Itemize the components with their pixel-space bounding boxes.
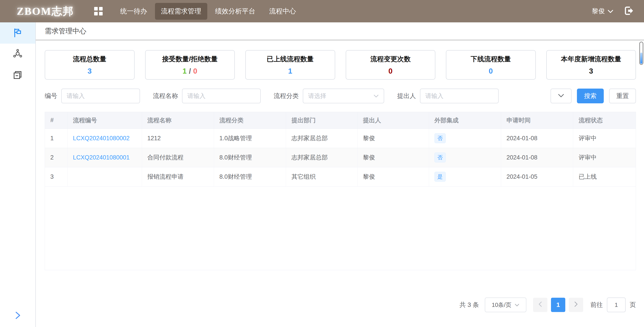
cell-process-code: LCXQ202401080002 xyxy=(67,128,142,148)
nav-item-process-demand-mgmt[interactable]: 流程需求管理 xyxy=(155,3,207,20)
top-nav: 统一待办 流程需求管理 绩效分析平台 流程中心 xyxy=(114,3,304,20)
topbar: ZBOM志邦 统一待办 流程需求管理 绩效分析平台 流程中心 黎俊 xyxy=(0,0,644,22)
col-header-external-integration: 外部集成 xyxy=(429,112,501,128)
process-code-link[interactable]: LCXQ202401080001 xyxy=(73,154,130,161)
search-button[interactable]: 搜索 xyxy=(577,88,604,103)
cell-status: 已上线 xyxy=(573,167,636,186)
page-header: 需求管理中心 xyxy=(36,22,644,40)
chevron-down-icon xyxy=(514,302,520,308)
cell-external-integration: 是 xyxy=(429,167,501,186)
cell-status: 评审中 xyxy=(573,148,636,167)
pagination: 共 3 条 10条/页 1 前往 页 xyxy=(36,270,644,312)
table-row: 1 LCXQ202401080002 1212 1.0战略管理 志邦家居总部 黎… xyxy=(45,128,636,148)
logout-button[interactable] xyxy=(624,6,634,17)
chevron-down-icon xyxy=(558,92,564,100)
filter-category-select[interactable]: 请选择 xyxy=(303,88,384,103)
network-nodes-icon xyxy=(12,49,23,60)
reset-button[interactable]: 重置 xyxy=(609,88,636,103)
stat-label: 接受数量/拒绝数量 xyxy=(162,54,218,64)
cell-department: 志邦家居总部 xyxy=(286,128,358,148)
sidebar xyxy=(0,22,36,327)
col-header-process-name: 流程名称 xyxy=(142,112,214,128)
cell-status: 评审中 xyxy=(573,128,636,148)
user-menu[interactable]: 黎俊 xyxy=(592,7,613,16)
cell-proposer: 黎俊 xyxy=(358,128,429,148)
grid-cell xyxy=(94,12,98,16)
col-header-status: 流程状态 xyxy=(573,112,636,128)
vertical-scrollbar[interactable] xyxy=(639,42,643,65)
sidebar-expand-button[interactable] xyxy=(0,311,35,321)
page-size-value: 10条/页 xyxy=(492,301,512,309)
goto-page-input[interactable] xyxy=(607,298,626,312)
chevron-down-icon xyxy=(608,8,613,15)
page-title: 需求管理中心 xyxy=(45,27,86,35)
page-size-select[interactable]: 10条/页 xyxy=(485,298,526,312)
filter-process-name: 流程名称 xyxy=(153,88,261,103)
cell-index: 3 xyxy=(45,167,67,186)
collapse-filters-button[interactable] xyxy=(550,88,572,103)
filter-id-label: 编号 xyxy=(45,92,57,100)
nav-item-performance-platform[interactable]: 绩效分析平台 xyxy=(209,3,262,20)
page-number-1[interactable]: 1 xyxy=(551,298,565,312)
cell-department: 志邦家居总部 xyxy=(286,148,358,167)
filter-category-label: 流程分类 xyxy=(274,92,299,100)
stat-label: 已上线流程数量 xyxy=(267,54,314,64)
sidebar-item-documents[interactable] xyxy=(0,65,35,86)
stat-value-accepted: 1 xyxy=(182,67,186,75)
cell-apply-date: 2024-01-08 xyxy=(501,148,573,167)
external-integration-badge: 是 xyxy=(434,172,446,182)
user-name: 黎俊 xyxy=(592,7,605,16)
nav-item-process-center[interactable]: 流程中心 xyxy=(263,3,302,20)
app-shell: 需求管理中心 流程总数量 3 接受数量/拒绝数量 1/0 已上线流程数量 1 流… xyxy=(0,22,644,327)
cell-apply-date: 2024-01-08 xyxy=(501,128,573,148)
filter-name-input[interactable] xyxy=(182,88,261,103)
filter-bar: 编号 流程名称 流程分类 请选择 提出人 xyxy=(36,80,644,103)
app-launcher-grid-icon[interactable] xyxy=(94,7,103,16)
stat-card-accepted-rejected: 接受数量/拒绝数量 1/0 xyxy=(145,50,235,80)
process-table-container: # 流程编号 流程名称 流程分类 提出部门 提出人 外部集成 申请时间 流程状态… xyxy=(45,112,636,270)
process-table: # 流程编号 流程名称 流程分类 提出部门 提出人 外部集成 申请时间 流程状态… xyxy=(45,112,636,186)
select-placeholder: 请选择 xyxy=(308,92,326,100)
sidebar-item-demand-center[interactable] xyxy=(0,22,35,44)
cell-external-integration: 否 xyxy=(429,148,501,167)
cell-proposer: 黎俊 xyxy=(358,148,429,167)
chevron-right-icon xyxy=(14,311,22,321)
stat-label: 流程变更次数 xyxy=(370,54,410,64)
stat-value: 3 xyxy=(88,67,92,76)
filter-id-input[interactable] xyxy=(61,88,140,103)
cell-process-name: 合同付款流程 xyxy=(142,148,214,167)
sidebar-item-process-map[interactable] xyxy=(0,44,35,65)
prev-page-button[interactable] xyxy=(533,298,548,312)
filter-proposer-input[interactable] xyxy=(420,88,499,103)
filter-proposer-label: 提出人 xyxy=(397,92,416,100)
stat-value-rejected: 0 xyxy=(193,67,197,75)
col-header-process-code: 流程编号 xyxy=(67,112,142,128)
stat-cards: 流程总数量 3 接受数量/拒绝数量 1/0 已上线流程数量 1 流程变更次数 0… xyxy=(36,40,644,80)
col-header-proposer: 提出人 xyxy=(358,112,429,128)
filter-id: 编号 xyxy=(45,88,140,103)
cell-index: 1 xyxy=(45,128,67,148)
pagination-total: 共 3 条 xyxy=(460,300,479,309)
main-content: 需求管理中心 流程总数量 3 接受数量/拒绝数量 1/0 已上线流程数量 1 流… xyxy=(36,22,644,327)
cell-category: 8.0财经管理 xyxy=(214,148,286,167)
cell-process-name: 报销流程申请 xyxy=(142,167,214,186)
filter-actions: 搜索 重置 xyxy=(550,88,636,103)
cell-apply-date: 2024-01-05 xyxy=(501,167,573,186)
cell-process-code xyxy=(67,167,142,186)
stat-card-online-processes: 已上线流程数量 1 xyxy=(245,50,335,80)
table-row: 2 LCXQ202401080001 合同付款流程 8.0财经管理 志邦家居总部… xyxy=(45,148,636,167)
chevron-left-icon xyxy=(538,301,542,309)
process-code-link[interactable]: LCXQ202401080002 xyxy=(73,135,130,142)
filter-name-label: 流程名称 xyxy=(153,92,178,100)
cell-proposer: 黎俊 xyxy=(358,167,429,186)
goto-page-label: 前往 xyxy=(590,300,603,309)
next-page-button[interactable] xyxy=(569,298,583,312)
scrollbar-thumb[interactable] xyxy=(640,52,642,64)
cell-external-integration: 否 xyxy=(429,128,501,148)
stat-label: 本年度新增流程数量 xyxy=(561,54,621,64)
nav-item-unified-todo[interactable]: 统一待办 xyxy=(114,3,153,20)
stat-value: 3 xyxy=(589,67,593,76)
stat-card-new-this-year: 本年度新增流程数量 3 xyxy=(546,50,636,80)
table-header-row: # 流程编号 流程名称 流程分类 提出部门 提出人 外部集成 申请时间 流程状态 xyxy=(45,112,636,128)
filter-proposer: 提出人 xyxy=(397,88,499,103)
